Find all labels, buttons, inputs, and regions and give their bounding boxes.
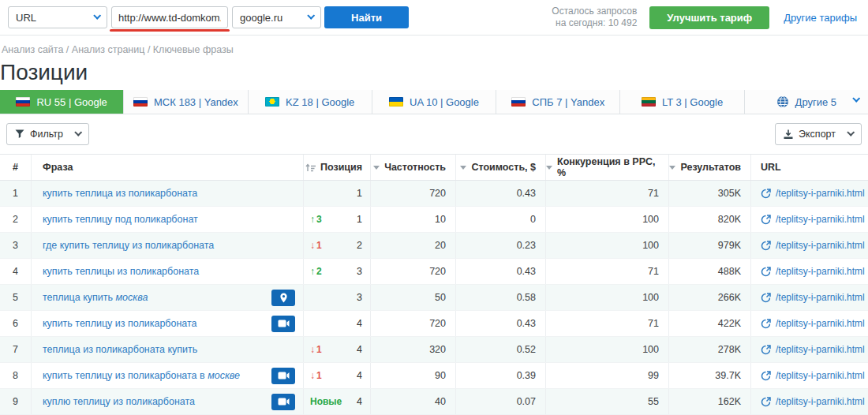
funnel-icon: [15, 129, 24, 139]
video-camera-icon[interactable]: [271, 394, 295, 410]
competition-value: 71: [546, 259, 669, 284]
cost-value: 0: [456, 207, 546, 232]
search-engine-select[interactable]: google.ru: [232, 6, 321, 28]
external-link-icon[interactable]: [761, 215, 771, 225]
results-value: 305K: [669, 181, 751, 206]
other-plans-link[interactable]: Другие тарифы: [784, 12, 857, 24]
tab-0[interactable]: RU 55 | Google: [0, 90, 124, 114]
frequency-value: 40: [371, 389, 456, 414]
url-input[interactable]: [111, 6, 228, 28]
tab-label: KZ 18 | Google: [286, 96, 354, 108]
position-value: 4: [357, 396, 362, 407]
header-phrase[interactable]: Фраза: [32, 155, 304, 180]
upgrade-plan-button[interactable]: Улучшить тариф: [649, 6, 769, 29]
tab-6[interactable]: Другие 5: [745, 90, 868, 114]
keyword-link[interactable]: купить теплица из поликарбоната: [43, 188, 197, 199]
page-url-link[interactable]: /teplitsy-i-parniki.html: [776, 292, 865, 303]
header-cost[interactable]: Стоимость, $: [456, 155, 546, 180]
location-pin-icon[interactable]: [271, 290, 295, 306]
filter-button[interactable]: Фильтр: [6, 123, 89, 145]
tab-1[interactable]: МСК 183 | Yandex: [124, 90, 248, 114]
page-url-link[interactable]: /teplitsy-i-parniki.html: [776, 240, 865, 251]
header-competition[interactable]: Конкуренция в PPC, %: [546, 155, 669, 180]
tab-2[interactable]: KZ 18 | Google: [249, 90, 372, 114]
tab-5[interactable]: LT 3 | Google: [620, 90, 744, 114]
results-value: 266K: [669, 285, 751, 310]
frequency-value: 320: [371, 337, 456, 362]
tab-4[interactable]: СПБ 7 | Yandex: [496, 90, 620, 114]
page-url-link[interactable]: /teplitsy-i-parniki.html: [776, 266, 865, 277]
keyword-link[interactable]: купить теплицу из поликарбоната: [43, 318, 197, 329]
external-link-icon[interactable]: [761, 267, 771, 277]
search-type-select[interactable]: URL: [8, 6, 107, 28]
lt-flag-icon: [642, 97, 656, 107]
cost-value: 0.39: [456, 363, 546, 388]
keyword-link[interactable]: теплица купить москва: [43, 292, 148, 303]
tab-label: UA 10 | Google: [410, 96, 479, 108]
page-url-link[interactable]: /teplitsy-i-parniki.html: [776, 396, 865, 407]
keyword-link[interactable]: теплица из поликарбоната купить: [43, 344, 197, 355]
export-label: Экспорт: [799, 129, 836, 140]
keyword-link[interactable]: купить теплицу под поликарбонат: [43, 214, 198, 225]
url-input-wrapper: [111, 6, 228, 28]
external-link-icon[interactable]: [761, 241, 771, 251]
page-url-link[interactable]: /teplitsy-i-parniki.html: [776, 214, 865, 225]
frequency-value: 20: [371, 233, 456, 258]
table-row: 8 купить теплицу из поликарбоната в моск…: [0, 363, 868, 389]
keyword-link[interactable]: купить теплицы из поликарбоната: [43, 266, 199, 277]
video-camera-icon[interactable]: [271, 368, 295, 384]
caret-down-icon: [373, 166, 380, 170]
page-url-link[interactable]: /teplitsy-i-parniki.html: [776, 370, 865, 381]
external-link-icon[interactable]: [761, 189, 771, 199]
competition-value: 100: [546, 337, 669, 362]
external-link-icon[interactable]: [761, 397, 771, 407]
competition-value: 99: [546, 363, 669, 388]
search-button[interactable]: Найти: [324, 6, 409, 28]
export-button[interactable]: Экспорт: [775, 123, 862, 145]
table-row: 9 куплю теплицу из поликарбоната Новые 4…: [0, 389, 868, 415]
row-number: 2: [0, 207, 32, 232]
header-results[interactable]: Результатов: [669, 155, 751, 180]
page-url-link[interactable]: /teplitsy-i-parniki.html: [776, 188, 865, 199]
table-row: 7 теплица из поликарбоната купить 1 4 32…: [0, 337, 868, 363]
position-value: 4: [357, 370, 362, 381]
external-link-icon[interactable]: [761, 345, 771, 355]
keyword-link[interactable]: купить теплицу из поликарбоната в москве: [43, 370, 240, 381]
tab-label: LT 3 | Google: [662, 96, 723, 108]
caret-down-icon: [669, 166, 675, 170]
tab-3[interactable]: UA 10 | Google: [372, 90, 496, 114]
header-frequency[interactable]: Частотность: [371, 155, 456, 180]
position-change: Новые: [310, 396, 342, 407]
header-num[interactable]: #: [0, 155, 32, 180]
chevron-down-icon: [93, 12, 101, 20]
table-row: 1 купить теплица из поликарбоната 1 720 …: [0, 181, 868, 207]
breadcrumb[interactable]: Анализ сайта / Анализ страниц / Ключевые…: [2, 44, 868, 55]
table-row: 6 купить теплицу из поликарбоната 4 720 …: [0, 311, 868, 337]
table-header-row: # Фраза Позиция Частотность Стоимость, $…: [0, 154, 868, 181]
cost-value: 0.43: [456, 181, 546, 206]
chevron-down-icon: [307, 12, 315, 20]
tab-label: Другие 5: [795, 96, 836, 108]
frequency-value: 90: [371, 363, 456, 388]
kz-flag-icon: [265, 97, 279, 107]
table-body: 1 купить теплица из поликарбоната 1 720 …: [0, 181, 868, 415]
page-url-link[interactable]: /teplitsy-i-parniki.html: [776, 344, 865, 355]
tab-label: МСК 183 | Yandex: [154, 96, 238, 108]
keyword-link[interactable]: где купить теплицу из поликарбоната: [43, 240, 214, 251]
cost-value: 0.07: [456, 389, 546, 414]
header-url[interactable]: URL: [751, 155, 868, 180]
results-value: 278K: [669, 337, 751, 362]
video-camera-icon[interactable]: [271, 316, 295, 332]
external-link-icon[interactable]: [761, 293, 771, 303]
search-type-value: URL: [16, 12, 36, 24]
external-link-icon[interactable]: [761, 371, 771, 381]
page-url-link[interactable]: /teplitsy-i-parniki.html: [776, 318, 865, 329]
position-value: 3: [357, 292, 362, 303]
results-value: 820K: [669, 207, 751, 232]
ru-flag-icon: [16, 97, 30, 107]
cost-value: 0.52: [456, 337, 546, 362]
cost-value: 0.43: [456, 259, 546, 284]
keyword-link[interactable]: куплю теплицу из поликарбоната: [43, 396, 195, 407]
external-link-icon[interactable]: [761, 319, 771, 329]
header-position[interactable]: Позиция: [304, 155, 371, 180]
